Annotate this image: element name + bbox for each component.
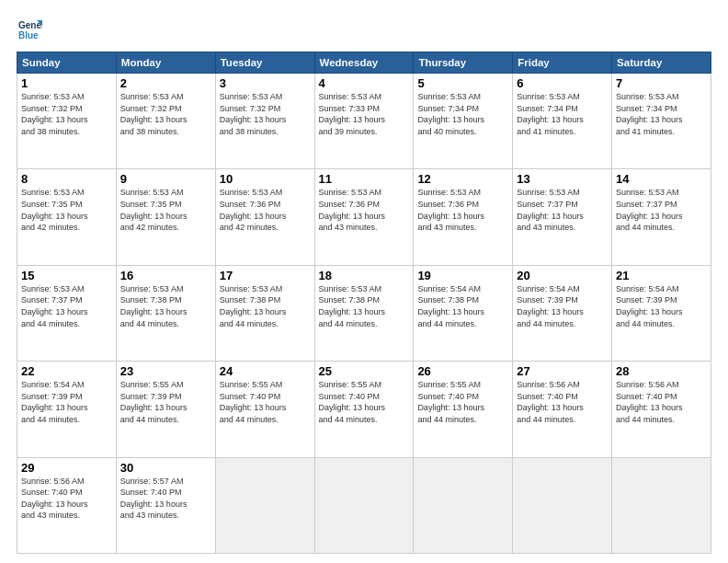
day-number: 8 xyxy=(21,172,112,186)
day-info: Sunrise: 5:53 AM Sunset: 7:38 PM Dayligh… xyxy=(319,283,410,329)
calendar-cell: 2Sunrise: 5:53 AM Sunset: 7:32 PM Daylig… xyxy=(116,74,215,169)
day-info: Sunrise: 5:55 AM Sunset: 7:40 PM Dayligh… xyxy=(319,379,410,425)
day-number: 2 xyxy=(120,76,211,90)
day-number: 23 xyxy=(120,364,211,378)
day-number: 14 xyxy=(616,172,707,186)
day-number: 12 xyxy=(417,172,508,186)
calendar-week-2: 8Sunrise: 5:53 AM Sunset: 7:35 PM Daylig… xyxy=(17,169,711,265)
weekday-header-friday: Friday xyxy=(513,52,612,74)
calendar-cell: 12Sunrise: 5:53 AM Sunset: 7:36 PM Dayli… xyxy=(414,169,513,265)
day-number: 13 xyxy=(517,172,608,186)
day-info: Sunrise: 5:56 AM Sunset: 7:40 PM Dayligh… xyxy=(517,379,608,425)
calendar-week-4: 22Sunrise: 5:54 AM Sunset: 7:39 PM Dayli… xyxy=(17,362,711,457)
day-info: Sunrise: 5:55 AM Sunset: 7:40 PM Dayligh… xyxy=(220,379,311,425)
calendar-cell: 6Sunrise: 5:53 AM Sunset: 7:34 PM Daylig… xyxy=(513,74,612,169)
weekday-header-monday: Monday xyxy=(116,52,215,74)
calendar-cell: 5Sunrise: 5:53 AM Sunset: 7:34 PM Daylig… xyxy=(414,74,513,169)
day-info: Sunrise: 5:53 AM Sunset: 7:36 PM Dayligh… xyxy=(417,187,508,233)
calendar-cell xyxy=(215,457,314,553)
calendar-cell: 18Sunrise: 5:53 AM Sunset: 7:38 PM Dayli… xyxy=(314,265,414,361)
day-number: 28 xyxy=(616,364,707,378)
day-number: 17 xyxy=(220,269,311,282)
calendar-cell xyxy=(513,457,612,553)
logo-icon: General Blue xyxy=(17,17,42,42)
calendar-cell: 21Sunrise: 5:54 AM Sunset: 7:39 PM Dayli… xyxy=(612,265,711,361)
day-number: 15 xyxy=(21,269,112,282)
calendar-week-5: 29Sunrise: 5:56 AM Sunset: 7:40 PM Dayli… xyxy=(17,457,711,553)
weekday-header-saturday: Saturday xyxy=(612,52,711,74)
day-info: Sunrise: 5:57 AM Sunset: 7:40 PM Dayligh… xyxy=(120,476,211,522)
day-number: 27 xyxy=(517,364,608,378)
day-number: 20 xyxy=(517,269,608,282)
calendar-cell: 17Sunrise: 5:53 AM Sunset: 7:38 PM Dayli… xyxy=(215,265,314,361)
day-info: Sunrise: 5:53 AM Sunset: 7:35 PM Dayligh… xyxy=(21,187,112,233)
day-info: Sunrise: 5:54 AM Sunset: 7:38 PM Dayligh… xyxy=(417,283,508,329)
day-number: 10 xyxy=(220,172,311,186)
day-info: Sunrise: 5:53 AM Sunset: 7:35 PM Dayligh… xyxy=(120,187,211,233)
calendar-cell: 8Sunrise: 5:53 AM Sunset: 7:35 PM Daylig… xyxy=(17,169,117,265)
day-number: 24 xyxy=(220,364,311,378)
day-info: Sunrise: 5:53 AM Sunset: 7:37 PM Dayligh… xyxy=(517,187,608,233)
day-number: 7 xyxy=(616,76,707,90)
day-number: 3 xyxy=(220,76,311,90)
calendar-cell xyxy=(612,457,711,553)
calendar-week-3: 15Sunrise: 5:53 AM Sunset: 7:37 PM Dayli… xyxy=(17,265,711,361)
calendar-cell: 25Sunrise: 5:55 AM Sunset: 7:40 PM Dayli… xyxy=(314,362,414,457)
calendar-cell: 10Sunrise: 5:53 AM Sunset: 7:36 PM Dayli… xyxy=(215,169,314,265)
calendar-week-1: 1Sunrise: 5:53 AM Sunset: 7:32 PM Daylig… xyxy=(17,74,711,169)
day-info: Sunrise: 5:53 AM Sunset: 7:32 PM Dayligh… xyxy=(21,91,112,137)
calendar-cell: 26Sunrise: 5:55 AM Sunset: 7:40 PM Dayli… xyxy=(414,362,513,457)
day-number: 22 xyxy=(21,364,112,378)
page: General Blue SundayMondayTuesdayWednesda… xyxy=(0,0,728,563)
calendar-cell: 24Sunrise: 5:55 AM Sunset: 7:40 PM Dayli… xyxy=(215,362,314,457)
day-info: Sunrise: 5:53 AM Sunset: 7:37 PM Dayligh… xyxy=(21,283,112,329)
day-number: 18 xyxy=(319,269,410,282)
calendar-cell: 19Sunrise: 5:54 AM Sunset: 7:38 PM Dayli… xyxy=(414,265,513,361)
calendar-cell: 3Sunrise: 5:53 AM Sunset: 7:32 PM Daylig… xyxy=(215,74,314,169)
calendar-cell: 16Sunrise: 5:53 AM Sunset: 7:38 PM Dayli… xyxy=(116,265,215,361)
day-number: 26 xyxy=(417,364,508,378)
day-info: Sunrise: 5:53 AM Sunset: 7:34 PM Dayligh… xyxy=(616,91,707,137)
header: General Blue xyxy=(17,17,711,42)
day-info: Sunrise: 5:56 AM Sunset: 7:40 PM Dayligh… xyxy=(21,476,112,522)
day-number: 19 xyxy=(417,269,508,282)
calendar-cell xyxy=(314,457,414,553)
day-number: 1 xyxy=(21,76,112,90)
svg-text:Blue: Blue xyxy=(18,30,39,40)
weekday-header-thursday: Thursday xyxy=(414,52,513,74)
day-number: 4 xyxy=(319,76,410,90)
calendar-cell: 30Sunrise: 5:57 AM Sunset: 7:40 PM Dayli… xyxy=(116,457,215,553)
calendar-cell: 4Sunrise: 5:53 AM Sunset: 7:33 PM Daylig… xyxy=(314,74,414,169)
weekday-header-row: SundayMondayTuesdayWednesdayThursdayFrid… xyxy=(17,52,711,74)
day-info: Sunrise: 5:54 AM Sunset: 7:39 PM Dayligh… xyxy=(616,283,707,329)
day-info: Sunrise: 5:53 AM Sunset: 7:34 PM Dayligh… xyxy=(517,91,608,137)
calendar-body: 1Sunrise: 5:53 AM Sunset: 7:32 PM Daylig… xyxy=(17,74,711,554)
day-info: Sunrise: 5:53 AM Sunset: 7:33 PM Dayligh… xyxy=(319,91,410,137)
day-number: 25 xyxy=(319,364,410,378)
calendar-cell: 28Sunrise: 5:56 AM Sunset: 7:40 PM Dayli… xyxy=(612,362,711,457)
day-info: Sunrise: 5:53 AM Sunset: 7:37 PM Dayligh… xyxy=(616,187,707,233)
calendar-table: SundayMondayTuesdayWednesdayThursdayFrid… xyxy=(17,52,711,554)
calendar-cell: 27Sunrise: 5:56 AM Sunset: 7:40 PM Dayli… xyxy=(513,362,612,457)
calendar-cell: 13Sunrise: 5:53 AM Sunset: 7:37 PM Dayli… xyxy=(513,169,612,265)
calendar-cell: 14Sunrise: 5:53 AM Sunset: 7:37 PM Dayli… xyxy=(612,169,711,265)
day-number: 5 xyxy=(417,76,508,90)
weekday-header-tuesday: Tuesday xyxy=(215,52,314,74)
day-info: Sunrise: 5:55 AM Sunset: 7:39 PM Dayligh… xyxy=(120,379,211,425)
day-number: 30 xyxy=(120,461,211,475)
day-number: 9 xyxy=(120,172,211,186)
calendar-cell: 1Sunrise: 5:53 AM Sunset: 7:32 PM Daylig… xyxy=(17,74,117,169)
day-number: 29 xyxy=(21,461,112,475)
day-info: Sunrise: 5:53 AM Sunset: 7:38 PM Dayligh… xyxy=(220,283,311,329)
calendar-cell: 20Sunrise: 5:54 AM Sunset: 7:39 PM Dayli… xyxy=(513,265,612,361)
weekday-header-wednesday: Wednesday xyxy=(314,52,414,74)
day-info: Sunrise: 5:55 AM Sunset: 7:40 PM Dayligh… xyxy=(417,379,508,425)
calendar-cell: 7Sunrise: 5:53 AM Sunset: 7:34 PM Daylig… xyxy=(612,74,711,169)
calendar-cell: 23Sunrise: 5:55 AM Sunset: 7:39 PM Dayli… xyxy=(116,362,215,457)
calendar-header: SundayMondayTuesdayWednesdayThursdayFrid… xyxy=(17,52,711,74)
day-info: Sunrise: 5:53 AM Sunset: 7:34 PM Dayligh… xyxy=(417,91,508,137)
day-number: 6 xyxy=(517,76,608,90)
day-info: Sunrise: 5:56 AM Sunset: 7:40 PM Dayligh… xyxy=(616,379,707,425)
day-info: Sunrise: 5:53 AM Sunset: 7:32 PM Dayligh… xyxy=(220,91,311,137)
calendar-cell: 9Sunrise: 5:53 AM Sunset: 7:35 PM Daylig… xyxy=(116,169,215,265)
